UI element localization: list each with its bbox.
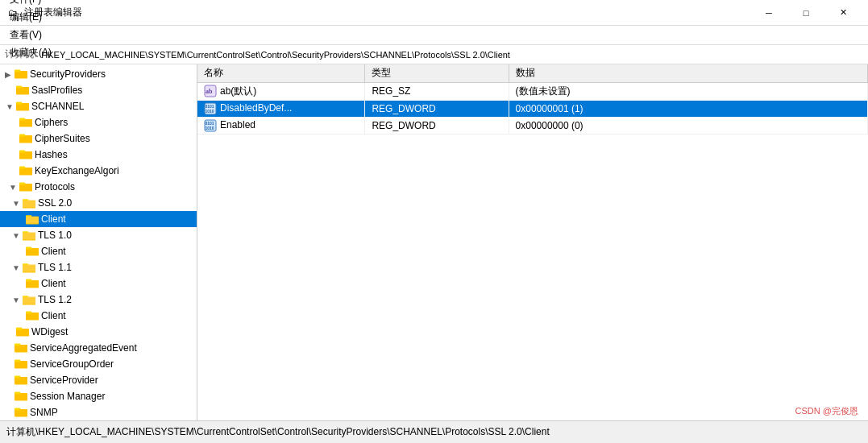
tree-item-serviceProvider[interactable]: ServiceProvider <box>0 372 197 388</box>
cell-name-text-enabled: Enabled <box>220 119 255 130</box>
table-row-enabled[interactable]: 0101 1010 EnabledREG_DWORD0x00000000 (0) <box>197 117 868 134</box>
tree-toggle-tls11[interactable]: ▼ <box>10 261 23 274</box>
tree-item-snmp[interactable]: SNMP <box>0 404 197 420</box>
menu-bar: 文件(F)编辑(E)查看(V)收藏夹(A)帮助(H) <box>0 26 868 45</box>
tree-item-serviceAgg[interactable]: ServiceAggregatedEvent <box>0 340 197 356</box>
tree-panel[interactable]: ▶SecurityProvidersSaslProfiles▼SCHANNELC… <box>0 64 197 420</box>
tree-toggle-ciphers[interactable] <box>6 116 19 129</box>
tree-item-tls10client[interactable]: Client <box>0 243 197 259</box>
tree-item-cipherSuites[interactable]: CipherSuites <box>0 130 197 147</box>
tree-toggle-ssl20[interactable]: ▼ <box>10 197 23 209</box>
tree-toggle-cipherSuites[interactable] <box>6 132 19 145</box>
tree-toggle-securityProviders[interactable]: ▶ <box>2 68 15 81</box>
col-header-类型: 类型 <box>365 64 509 82</box>
minimize-button[interactable]: ─ <box>750 0 787 26</box>
status-text: 计算机\HKEY_LOCAL_MACHINE\SYSTEM\CurrentCon… <box>6 425 550 439</box>
tree-toggle-client[interactable] <box>13 213 26 226</box>
tree-toggle-snmp[interactable] <box>2 406 15 419</box>
window-controls: ─ □ ✕ <box>750 0 862 26</box>
tree-toggle-keyExchange[interactable] <box>6 164 19 177</box>
tree-label-tls12: TLS 1.2 <box>38 294 72 305</box>
svg-text:ab: ab <box>206 88 213 95</box>
tree-item-hashes[interactable]: Hashes <box>0 147 197 163</box>
tree-label-wdigest: WDigest <box>31 326 68 337</box>
watermark: CSDN @完俊恩 <box>795 405 858 417</box>
tree-toggle-wdigest[interactable] <box>3 325 16 338</box>
tree-label-keyExchange: KeyExchangeAlgori <box>35 165 119 176</box>
tree-item-tls10[interactable]: ▼TLS 1.0 <box>0 227 197 243</box>
tree-label-schannel: SCHANNEL <box>31 101 84 112</box>
tree-toggle-serviceProvider[interactable] <box>2 374 15 387</box>
tree-toggle-serviceAgg[interactable] <box>2 342 15 354</box>
svg-rect-7 <box>19 118 25 120</box>
folder-icon-tls11 <box>23 261 35 274</box>
col-header-数据: 数据 <box>509 64 867 82</box>
tree-toggle-protocols[interactable]: ▼ <box>6 180 19 193</box>
tree-item-ciphers[interactable]: Ciphers <box>0 114 197 130</box>
status-bar: 计算机\HKEY_LOCAL_MACHINE\SYSTEM\CurrentCon… <box>0 420 868 443</box>
tree-toggle-schannel[interactable]: ▼ <box>3 100 16 113</box>
menu-item-F[interactable]: 文件(F) <box>3 0 58 9</box>
menu-item-E[interactable]: 编辑(E) <box>3 9 58 27</box>
tree-toggle-sessionManager[interactable] <box>2 390 15 403</box>
tree-toggle-tls10[interactable]: ▼ <box>10 229 23 242</box>
tree-item-protocols[interactable]: ▼Protocols <box>0 179 197 195</box>
reg-icon-disabledByDefault: 0101 1010 <box>204 102 217 115</box>
maximize-button[interactable]: □ <box>787 0 824 26</box>
cell-name-enabled: 0101 1010 Enabled <box>197 117 365 134</box>
svg-rect-11 <box>19 150 25 152</box>
folder-icon-tls10 <box>23 229 35 242</box>
tree-item-ssl20[interactable]: ▼SSL 2.0 <box>0 195 197 211</box>
table-row-disabledByDefault[interactable]: 0101 1010 DisabledByDef...REG_DWORD0x000… <box>197 100 868 117</box>
values-panel: 名称类型数据 ab ab(默认)REG_SZ(数值未设置) 0101 1010 … <box>197 64 868 420</box>
folder-icon-wdigest <box>16 325 29 338</box>
svg-rect-3 <box>16 85 22 88</box>
folder-icon-securityProviders <box>15 68 27 81</box>
tree-item-keyExchange[interactable]: KeyExchangeAlgori <box>0 163 197 179</box>
tree-item-schannel[interactable]: ▼SCHANNEL <box>0 98 197 114</box>
menu-item-V[interactable]: 查看(V) <box>3 27 58 44</box>
svg-rect-42 <box>15 359 20 362</box>
tree-toggle-tls12client[interactable] <box>13 309 26 322</box>
tree-item-wdigest[interactable]: WDigest <box>0 324 197 340</box>
svg-rect-24 <box>23 233 35 240</box>
tree-toggle-saslProfiles[interactable] <box>3 84 16 97</box>
tree-item-client[interactable]: Client <box>0 211 197 227</box>
close-button[interactable]: ✕ <box>824 0 862 26</box>
main-content: ▶SecurityProvidersSaslProfiles▼SCHANNELC… <box>0 64 868 420</box>
cell-name-default: ab ab(默认) <box>197 82 365 100</box>
folder-icon-saslProfiles <box>16 84 29 97</box>
svg-rect-21 <box>26 217 39 224</box>
svg-rect-5 <box>16 101 22 104</box>
reg-icon-enabled: 0101 1010 <box>204 119 217 132</box>
col-header-名称: 名称 <box>197 64 365 82</box>
tree-label-client: Client <box>41 213 66 225</box>
folder-icon-cipherSuites <box>19 132 32 145</box>
folder-icon-snmp <box>15 406 27 419</box>
tree-item-saslProfiles[interactable]: SaslProfiles <box>0 82 197 98</box>
tree-item-tls11client[interactable]: Client <box>0 275 197 292</box>
svg-rect-18 <box>23 201 35 208</box>
folder-icon-tls12client <box>26 309 39 322</box>
tree-toggle-tls11client[interactable] <box>13 277 26 290</box>
cell-name-disabledByDefault: 0101 1010 DisabledByDef... <box>197 100 365 117</box>
tree-item-securityProviders[interactable]: ▶SecurityProviders <box>0 66 197 82</box>
tree-item-tls12client[interactable]: Client <box>0 308 197 324</box>
folder-icon-keyExchange <box>19 164 32 177</box>
folder-icon-tls12 <box>23 293 35 306</box>
tree-label-ssl20: SSL 2.0 <box>38 197 72 209</box>
tree-item-tls12[interactable]: ▼TLS 1.2 <box>0 292 197 308</box>
tree-toggle-hashes[interactable] <box>6 148 19 161</box>
values-table: 名称类型数据 ab ab(默认)REG_SZ(数值未设置) 0101 1010 … <box>197 64 868 135</box>
tree-item-sessionManager[interactable]: Session Manager <box>0 388 197 404</box>
table-row-default[interactable]: ab ab(默认)REG_SZ(数值未设置) <box>197 82 868 100</box>
tree-item-tls11[interactable]: ▼TLS 1.1 <box>0 259 197 275</box>
tree-toggle-serviceGroup[interactable] <box>2 358 15 371</box>
tree-label-sessionManager: Session Manager <box>30 391 105 402</box>
tree-item-serviceGroup[interactable]: ServiceGroupOrder <box>0 356 197 372</box>
tree-label-cipherSuites: CipherSuites <box>35 133 90 144</box>
tree-toggle-tls10client[interactable] <box>13 245 26 258</box>
tree-toggle-tls12[interactable]: ▼ <box>10 293 23 306</box>
tree-label-serviceProvider: ServiceProvider <box>30 375 98 386</box>
folder-icon-hashes <box>19 148 32 161</box>
